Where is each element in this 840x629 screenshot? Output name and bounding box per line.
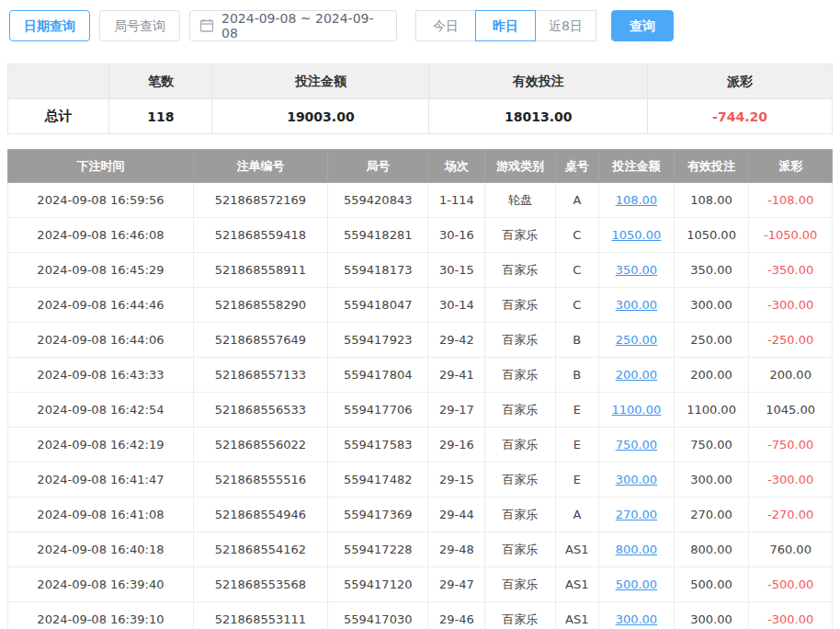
cell-round-no: 559417923 — [328, 323, 428, 358]
cell-session: 30-14 — [428, 288, 485, 323]
cell-session: 29-16 — [428, 428, 485, 463]
col-header-bet-time: 下注时间 — [8, 150, 194, 183]
cell-order-no: 521868557133 — [193, 358, 327, 393]
cell-bet-amount-link[interactable]: 750.00 — [599, 428, 675, 463]
cell-game-type: 百家乐 — [485, 567, 555, 602]
cell-bet-time: 2024-09-08 16:45:29 — [8, 253, 194, 288]
table-row: 2024-09-08 16:41:47 521868555516 5594174… — [8, 463, 833, 497]
cell-round-no: 559417030 — [328, 602, 428, 629]
table-row: 2024-09-08 16:41:08 521868554946 5594173… — [8, 497, 833, 532]
summary-header-count: 笔数 — [109, 64, 212, 99]
bet-table-header-row: 下注时间 注单编号 局号 场次 游戏类别 桌号 投注金额 有效投注 派彩 — [8, 150, 833, 183]
today-button[interactable]: 今日 — [415, 10, 476, 41]
cell-bet-time: 2024-09-08 16:59:56 — [8, 183, 194, 218]
cell-bet-amount-link[interactable]: 250.00 — [599, 323, 675, 358]
col-header-order-no: 注单编号 — [193, 150, 327, 183]
table-row: 2024-09-08 16:43:33 521868557133 5594178… — [8, 358, 833, 393]
cell-payout: -350.00 — [749, 253, 833, 288]
cell-payout: 760.00 — [749, 532, 833, 567]
col-header-round-no: 局号 — [328, 150, 428, 183]
cell-payout: 200.00 — [749, 358, 833, 393]
cell-valid-bet: 300.00 — [674, 463, 749, 497]
cell-payout: -250.00 — [749, 323, 833, 358]
cell-session: 30-15 — [428, 253, 485, 288]
cell-round-no: 559420843 — [328, 183, 428, 218]
cell-valid-bet: 108.00 — [674, 183, 749, 218]
cell-bet-amount-link[interactable]: 108.00 — [599, 183, 675, 218]
cell-game-type: 百家乐 — [485, 428, 555, 463]
col-header-table-no: 桌号 — [555, 150, 599, 183]
table-row: 2024-09-08 16:42:54 521868556533 5594177… — [8, 393, 833, 428]
cell-bet-amount-link[interactable]: 800.00 — [599, 532, 675, 567]
search-button[interactable]: 查询 — [611, 10, 674, 41]
summary-header-row: 笔数 投注金额 有效投注 派彩 — [8, 64, 833, 99]
cell-payout: -270.00 — [749, 497, 833, 532]
cell-game-type: 轮盘 — [485, 183, 555, 218]
cell-game-type: 百家乐 — [485, 323, 555, 358]
cell-bet-amount-link[interactable]: 500.00 — [599, 567, 675, 602]
cell-round-no: 559417804 — [328, 358, 428, 393]
cell-table-no: A — [555, 497, 599, 532]
cell-bet-time: 2024-09-08 16:44:06 — [8, 323, 194, 358]
cell-game-type: 百家乐 — [485, 288, 555, 323]
toolbar: 日期查询 局号查询 2024-09-08 ~ 2024-09-08 今日 昨日 … — [0, 0, 840, 51]
table-row: 2024-09-08 16:39:40 521868553568 5594171… — [8, 567, 833, 602]
cell-bet-amount-link[interactable]: 1050.00 — [599, 218, 675, 253]
cell-table-no: E — [555, 393, 599, 428]
cell-table-no: C — [555, 253, 599, 288]
cell-bet-amount-link[interactable]: 300.00 — [599, 463, 675, 497]
table-row: 2024-09-08 16:40:18 521868554162 5594172… — [8, 532, 833, 567]
cell-round-no: 559417120 — [328, 567, 428, 602]
summary-header-bet-amount: 投注金额 — [212, 64, 429, 99]
col-header-session: 场次 — [428, 150, 485, 183]
cell-bet-amount-link[interactable]: 300.00 — [599, 602, 675, 629]
cell-session: 29-15 — [428, 463, 485, 497]
cell-order-no: 521868554162 — [193, 532, 327, 567]
date-query-button[interactable]: 日期查询 — [9, 10, 90, 41]
cell-table-no: C — [555, 288, 599, 323]
date-range-input[interactable]: 2024-09-08 ~ 2024-09-08 — [189, 10, 397, 41]
cell-payout: -750.00 — [749, 428, 833, 463]
cell-order-no: 521868554946 — [193, 497, 327, 532]
cell-game-type: 百家乐 — [485, 253, 555, 288]
cell-order-no: 521868572169 — [193, 183, 327, 218]
bet-records-table: 下注时间 注单编号 局号 场次 游戏类别 桌号 投注金额 有效投注 派彩 202… — [7, 149, 833, 629]
cell-order-no: 521868559418 — [193, 218, 327, 253]
summary-total-count: 118 — [109, 99, 212, 134]
summary-header-empty — [8, 64, 109, 99]
cell-order-no: 521868553111 — [193, 602, 327, 629]
cell-bet-time: 2024-09-08 16:42:54 — [8, 393, 194, 428]
cell-bet-amount-link[interactable]: 350.00 — [599, 253, 675, 288]
cell-bet-amount-link[interactable]: 1100.00 — [599, 393, 675, 428]
cell-game-type: 百家乐 — [485, 358, 555, 393]
cell-round-no: 559418047 — [328, 288, 428, 323]
cell-bet-time: 2024-09-08 16:41:08 — [8, 497, 194, 532]
cell-bet-time: 2024-09-08 16:40:18 — [8, 532, 194, 567]
cell-bet-amount-link[interactable]: 200.00 — [599, 358, 675, 393]
cell-session: 29-44 — [428, 497, 485, 532]
round-query-button[interactable]: 局号查询 — [99, 10, 180, 41]
summary-total-bet-amount: 19003.00 — [212, 99, 429, 134]
cell-bet-time: 2024-09-08 16:42:19 — [8, 428, 194, 463]
cell-order-no: 521868558290 — [193, 288, 327, 323]
cell-game-type: 百家乐 — [485, 497, 555, 532]
cell-session: 30-16 — [428, 218, 485, 253]
cell-valid-bet: 200.00 — [674, 358, 749, 393]
cell-table-no: E — [555, 463, 599, 497]
cell-round-no: 559417706 — [328, 393, 428, 428]
bet-table-body: 2024-09-08 16:59:56 521868572169 5594208… — [8, 183, 833, 629]
cell-session: 29-42 — [428, 323, 485, 358]
cell-game-type: 百家乐 — [485, 393, 555, 428]
cell-valid-bet: 500.00 — [674, 567, 749, 602]
cell-valid-bet: 800.00 — [674, 532, 749, 567]
summary-total-row: 总计 118 19003.00 18013.00 -744.20 — [8, 99, 833, 134]
yesterday-button[interactable]: 昨日 — [475, 10, 536, 41]
recent-8-days-button[interactable]: 近8日 — [535, 10, 596, 41]
cell-bet-amount-link[interactable]: 270.00 — [599, 497, 675, 532]
cell-table-no: AS1 — [555, 602, 599, 629]
cell-table-no: E — [555, 428, 599, 463]
summary-header-payout: 派彩 — [648, 64, 833, 99]
table-row: 2024-09-08 16:44:46 521868558290 5594180… — [8, 288, 833, 323]
summary-table: 笔数 投注金额 有效投注 派彩 总计 118 19003.00 18013.00… — [7, 63, 833, 134]
cell-bet-amount-link[interactable]: 300.00 — [599, 288, 675, 323]
